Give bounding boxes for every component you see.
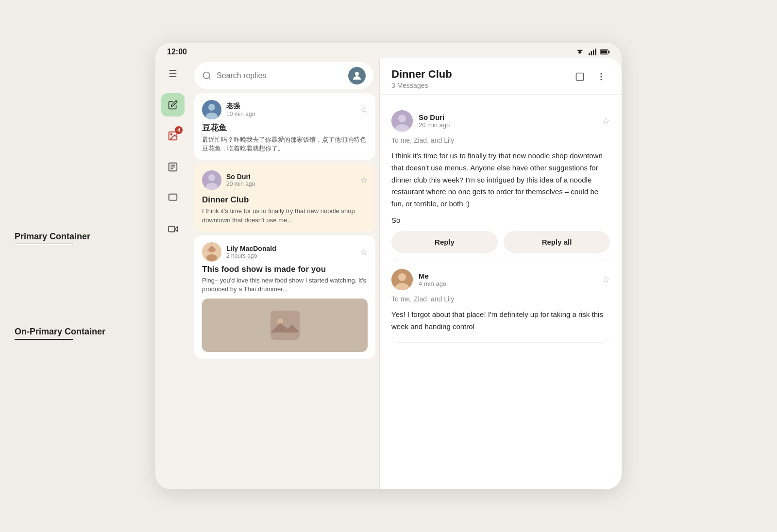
message-avatar-1 bbox=[391, 110, 413, 132]
svg-rect-33 bbox=[270, 311, 300, 340]
svg-point-32 bbox=[206, 254, 217, 261]
sidebar-notes-icon[interactable] bbox=[161, 155, 185, 179]
email-time-3: 2 hours ago bbox=[226, 252, 355, 259]
detail-count: 3 Messages bbox=[391, 82, 452, 89]
email-meta-3: Lily MacDonald 2 hours ago bbox=[226, 245, 355, 259]
svg-line-19 bbox=[209, 78, 211, 80]
svg-point-25 bbox=[208, 174, 215, 181]
svg-rect-2 bbox=[589, 53, 590, 55]
wifi-icon bbox=[575, 49, 585, 55]
on-primary-container-line bbox=[15, 339, 73, 340]
email-subject-3: This food show is made for you bbox=[202, 265, 368, 274]
sidebar-compose-icon[interactable] bbox=[161, 93, 185, 116]
email-time-1: 10 min ago bbox=[226, 111, 355, 117]
sidebar: ☰ 4 bbox=[155, 58, 190, 489]
svg-rect-4 bbox=[593, 50, 594, 55]
message-avatar-2 bbox=[391, 269, 413, 290]
notification-badge: 4 bbox=[175, 126, 183, 134]
avatar-img-2 bbox=[202, 170, 221, 190]
reply-button[interactable]: Reply bbox=[391, 231, 498, 253]
email-preview-3: Ping– you'd love this new food show I st… bbox=[202, 276, 368, 294]
main-area: ☰ 4 bbox=[155, 58, 622, 489]
sidebar-chat-icon[interactable] bbox=[161, 186, 185, 210]
email-preview-2: I think it's time for us to finally try … bbox=[202, 207, 368, 224]
svg-point-22 bbox=[208, 104, 215, 111]
notes-icon bbox=[168, 162, 178, 172]
svg-point-44 bbox=[398, 273, 406, 281]
message-to-1: To me, Ziad, and Lily bbox=[391, 136, 610, 144]
email-time-2: 20 min ago bbox=[226, 181, 355, 187]
reply-all-button[interactable]: Reply all bbox=[504, 231, 610, 253]
detail-action-box-btn[interactable] bbox=[571, 68, 589, 85]
email-subject-1: 豆花鱼 bbox=[202, 122, 368, 133]
detail-messages: So Duri 20 min ago ☆ To me, Ziad, and Li… bbox=[380, 95, 622, 489]
detail-action-more-btn[interactable] bbox=[592, 68, 610, 85]
search-icon bbox=[202, 71, 212, 81]
primary-container-line bbox=[15, 244, 73, 245]
message-star-2[interactable]: ☆ bbox=[602, 274, 610, 285]
star-icon-3[interactable]: ☆ bbox=[360, 247, 368, 257]
email-avatar-2 bbox=[202, 170, 221, 190]
email-avatar-1 bbox=[202, 100, 221, 119]
email-meta-1: 老强 10 min ago bbox=[226, 102, 355, 117]
email-subject-2: Dinner Club bbox=[202, 195, 368, 205]
email-meta-2: So Duri 20 min ago bbox=[226, 173, 355, 187]
on-primary-container-annotation: On-Primary Container bbox=[15, 327, 151, 340]
email-detail-panel: Dinner Club 3 Messages bbox=[380, 58, 622, 489]
status-bar: 12:00 bbox=[155, 43, 622, 58]
message-avatar-img-1 bbox=[391, 110, 413, 132]
svg-rect-36 bbox=[576, 73, 584, 81]
svg-point-38 bbox=[600, 76, 602, 77]
detail-header: Dinner Club 3 Messages bbox=[380, 58, 622, 95]
sidebar-video-icon[interactable] bbox=[161, 217, 185, 241]
search-input[interactable] bbox=[217, 71, 343, 80]
message-to-2: To me, Ziad, and Lily bbox=[391, 295, 610, 303]
message-meta-2: Me 4 min ago bbox=[419, 272, 596, 287]
svg-point-10 bbox=[170, 133, 172, 135]
email-avatar-3 bbox=[202, 242, 221, 262]
email-item-2[interactable]: So Duri 20 min ago ☆ Dinner Club I think… bbox=[194, 164, 375, 231]
time-display: 12:00 bbox=[167, 48, 187, 56]
email-preview-1: 最近忙吗？昨晚我去了你最爱的那家饭馆，点了他们的特色豆花鱼，吃着吃着就想你了。 bbox=[202, 135, 368, 153]
email-item-1[interactable]: 老强 10 min ago ☆ 豆花鱼 最近忙吗？昨晚我去了你最爱的那家饭馆，点… bbox=[194, 93, 375, 160]
message-card-2: Me 4 min ago ☆ To me, Ziad, and Lily Yes… bbox=[391, 261, 610, 343]
detail-title-area: Dinner Club 3 Messages bbox=[391, 68, 452, 89]
message-header-1: So Duri 20 min ago ☆ bbox=[391, 110, 610, 132]
message-signature-1: So bbox=[391, 216, 610, 224]
signal-icon bbox=[588, 49, 597, 55]
message-time-2: 4 min ago bbox=[419, 280, 596, 287]
email-sender-2: So Duri bbox=[226, 173, 355, 181]
user-avatar[interactable] bbox=[348, 67, 366, 84]
star-icon-1[interactable]: ☆ bbox=[360, 104, 368, 115]
food-show-image bbox=[202, 299, 368, 352]
svg-rect-3 bbox=[591, 51, 592, 55]
message-body-2: Yes! I forgot about that place! I'm defi… bbox=[391, 309, 610, 333]
image-placeholder-icon bbox=[270, 311, 300, 340]
status-icons bbox=[575, 49, 610, 55]
message-meta-1: So Duri 20 min ago bbox=[419, 113, 596, 129]
email-item-3[interactable]: Lily MacDonald 2 hours ago ☆ This food s… bbox=[194, 235, 375, 359]
battery-icon bbox=[600, 49, 610, 55]
more-vert-icon bbox=[596, 72, 606, 82]
svg-point-37 bbox=[600, 73, 602, 75]
page-wrapper: Primary Container On-Primary Container 1… bbox=[0, 0, 777, 532]
sidebar-notifications-icon[interactable]: 4 bbox=[161, 124, 185, 148]
email-divider bbox=[202, 193, 368, 193]
message-star-1[interactable]: ☆ bbox=[602, 116, 610, 126]
message-body-1: I think it's time for us to finally try … bbox=[391, 150, 610, 210]
svg-point-20 bbox=[355, 72, 359, 76]
message-card-1: So Duri 20 min ago ☆ To me, Ziad, and Li… bbox=[391, 102, 610, 261]
primary-container-label: Primary Container bbox=[15, 232, 151, 242]
email-list: 老强 10 min ago ☆ 豆花鱼 最近忙吗？昨晚我去了你最爱的那家饭馆，点… bbox=[190, 93, 379, 489]
svg-point-31 bbox=[209, 247, 215, 252]
user-icon bbox=[351, 70, 363, 82]
email-list-panel: 老强 10 min ago ☆ 豆花鱼 最近忙吗？昨晚我去了你最爱的那家饭馆，点… bbox=[190, 58, 380, 489]
email-sender-1: 老强 bbox=[226, 102, 355, 111]
video-icon bbox=[168, 224, 178, 234]
chat-icon bbox=[168, 193, 178, 203]
sidebar-menu-icon[interactable]: ☰ bbox=[161, 62, 185, 85]
svg-point-41 bbox=[398, 115, 406, 122]
avatar-img-3 bbox=[202, 242, 221, 262]
star-icon-2[interactable]: ☆ bbox=[360, 175, 368, 185]
message-header-2: Me 4 min ago ☆ bbox=[391, 269, 610, 290]
